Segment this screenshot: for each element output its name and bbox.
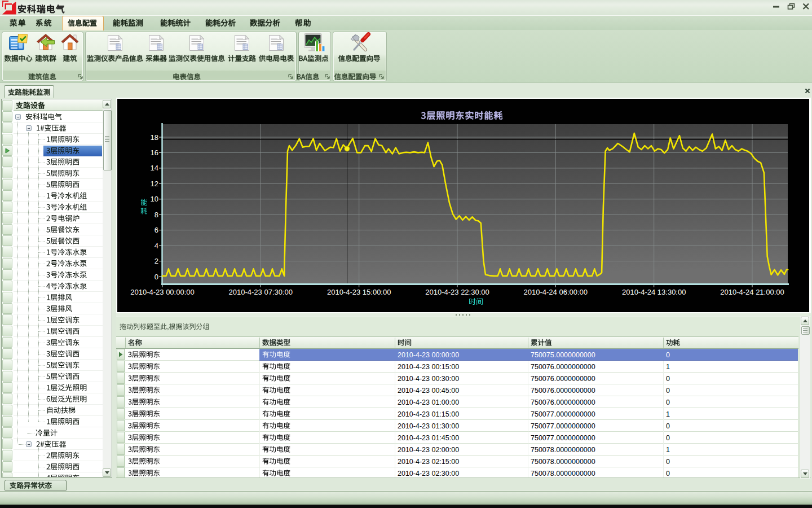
svg-text:4: 4: [155, 242, 158, 250]
svg-text:10: 10: [151, 195, 158, 203]
svg-text:18: 18: [151, 133, 158, 142]
svg-text:14: 14: [151, 164, 158, 172]
svg-text:0: 0: [155, 273, 158, 281]
svg-text:2010-4-23 00:00:00: 2010-4-23 00:00:00: [130, 288, 194, 296]
svg-text:2010-4-24 06:00:00: 2010-4-24 06:00:00: [524, 288, 588, 296]
svg-text:2010-4-23 22:30:00: 2010-4-23 22:30:00: [425, 288, 489, 296]
svg-text:16: 16: [151, 148, 158, 157]
svg-text:2010-4-23 15:00:00: 2010-4-23 15:00:00: [327, 288, 391, 296]
svg-text:8: 8: [155, 211, 158, 219]
svg-text:2010-4-24 21:00:00: 2010-4-24 21:00:00: [720, 288, 784, 296]
svg-text:6: 6: [155, 226, 158, 234]
svg-text:12: 12: [151, 179, 158, 188]
svg-text:2: 2: [155, 257, 158, 265]
svg-text:2010-4-24 13:30:00: 2010-4-24 13:30:00: [622, 288, 686, 296]
svg-text:2010-4-23 07:30:00: 2010-4-23 07:30:00: [229, 288, 293, 296]
